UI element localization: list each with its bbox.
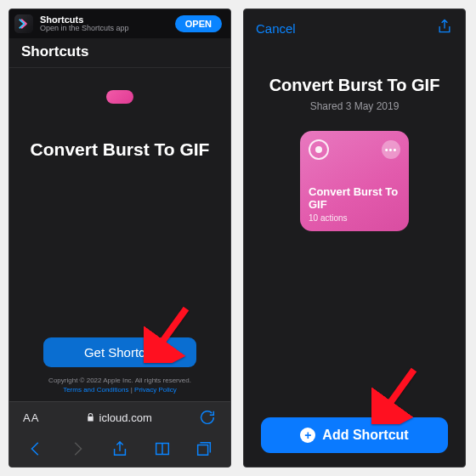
shortcut-title: Convert Burst To GIF <box>31 139 210 160</box>
bookmarks-button[interactable] <box>153 439 172 458</box>
tabs-button[interactable] <box>195 439 213 458</box>
shared-date: Shared 3 May 2019 <box>310 100 400 112</box>
safari-toolbar <box>9 433 230 467</box>
right-content: Convert Burst To GIF Shared 3 May 2019 •… <box>244 42 465 467</box>
forward-button[interactable] <box>68 439 87 458</box>
back-button[interactable] <box>26 439 45 458</box>
share-button[interactable] <box>110 439 129 458</box>
text-size-button[interactable]: AA <box>23 411 39 424</box>
add-shortcut-button[interactable]: + Add Shortcut <box>261 417 448 453</box>
cancel-button[interactable]: Cancel <box>256 21 296 36</box>
right-screenshot: Cancel Convert Burst To GIF Shared 3 May… <box>243 8 466 468</box>
plus-icon: + <box>300 428 315 443</box>
terms-link[interactable]: Terms and Conditions <box>63 386 128 394</box>
banner-text: Shortcuts Open in the Shortcuts app <box>40 14 129 33</box>
add-shortcut-label: Add Shortcut <box>322 428 408 443</box>
shortcut-title: Convert Burst To GIF <box>269 76 440 95</box>
more-icon[interactable]: ••• <box>382 140 400 159</box>
safari-address-bar[interactable]: AA icloud.com <box>9 401 230 433</box>
reload-button[interactable] <box>198 408 217 427</box>
modal-header: Cancel <box>244 9 465 42</box>
shortcuts-app-icon <box>14 14 33 33</box>
card-meta: 10 actions <box>309 213 400 223</box>
footer-legal: Copyright © 2022 Apple Inc. All rights r… <box>48 376 191 394</box>
burst-icon <box>309 139 329 160</box>
app-banner[interactable]: Shortcuts Open in the Shortcuts app OPEN <box>9 9 230 38</box>
card-title: Convert Burst To GIF <box>309 185 400 212</box>
lock-icon <box>86 412 95 422</box>
shortcut-card[interactable]: ••• Convert Burst To GIF 10 actions <box>300 131 409 231</box>
open-button[interactable]: OPEN <box>175 15 222 32</box>
copyright-text: Copyright © 2022 Apple Inc. All rights r… <box>48 377 191 384</box>
share-button[interactable] <box>436 18 453 38</box>
banner-subtitle: Open in the Shortcuts app <box>40 25 129 33</box>
left-screenshot: Shortcuts Open in the Shortcuts app OPEN… <box>8 8 231 468</box>
privacy-link[interactable]: Privacy Policy <box>134 386 177 394</box>
url-display[interactable]: icloud.com <box>86 411 152 424</box>
left-content: Convert Burst To GIF Get Shortcut Copyri… <box>9 68 230 401</box>
url-text: icloud.com <box>99 411 152 424</box>
shortcut-color-chip <box>106 90 133 104</box>
page-title: Shortcuts <box>9 38 230 68</box>
get-shortcut-button[interactable]: Get Shortcut <box>43 337 196 367</box>
